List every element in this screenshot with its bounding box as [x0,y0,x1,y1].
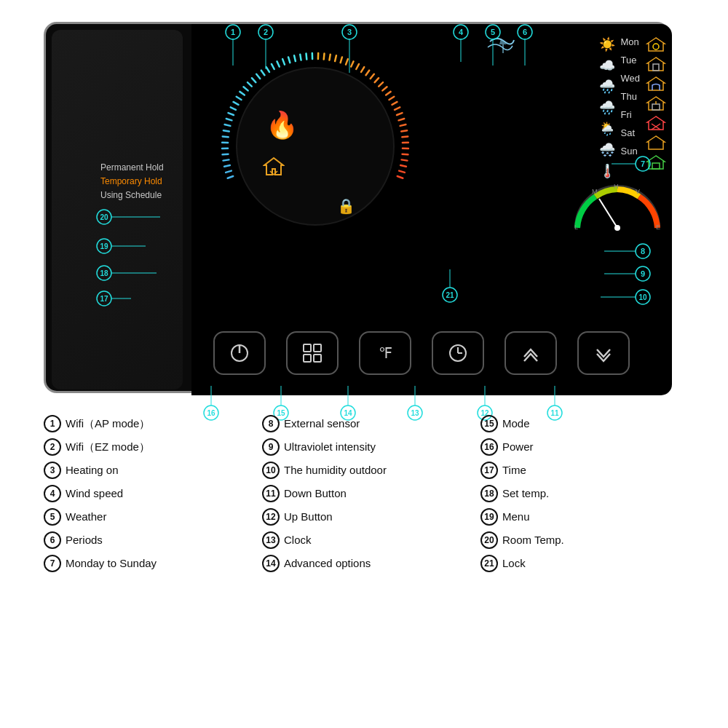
svg-line-46 [392,102,397,105]
legend-text: Monday to Sunday [66,555,157,572]
svg-line-20 [261,71,265,76]
svg-text:H: H [614,184,619,190]
legend-number: 10 [262,462,280,479]
svg-line-28 [306,54,307,60]
svg-line-42 [379,82,383,86]
legend-number: 18 [480,485,498,502]
legend-item-4: 4Wind speed [44,485,248,502]
svg-marker-61 [264,158,283,175]
legend-item-11: 11Down Button [262,485,466,502]
svg-line-44 [386,92,390,95]
legend-number: 14 [262,555,280,572]
legend-number: 5 [44,508,61,526]
legend-text: Clock [284,532,312,549]
legend-number: 3 [44,462,61,479]
svg-line-37 [356,64,359,69]
svg-line-41 [375,78,379,82]
svg-line-0 [228,176,234,178]
temperature-gauge: 🔥 🔒 Permanent Hold [213,39,417,242]
legend-number: 12 [262,508,280,526]
legend-item-5: 5Weather [44,508,248,526]
legend-section: 1Wifi（AP mode）8External sensor15Mode2Wif… [44,415,684,572]
legend-number: 7 [44,555,61,572]
clock-button[interactable] [432,331,484,375]
legend-number: 16 [480,438,498,456]
mode-button[interactable] [286,331,339,375]
legend-number: 2 [44,438,61,456]
legend-item-10: 10The humidity outdoor [262,462,466,479]
legend-item-17: 17Time [480,462,684,479]
legend-item-14: 14Advanced options [262,555,466,572]
legend-text: Set temp. [502,486,549,502]
legend-number: 4 [44,485,61,502]
legend-item-2: 2Wifi（EZ mode） [44,438,248,456]
legend-item-1: 1Wifi（AP mode） [44,415,248,432]
svg-text:M: M [592,188,598,195]
period-icons [646,36,666,170]
weather-panel: ☀️ ☁️ 🌧️ 🌧️ 🌦️ 🌨️ 🌡️ Mon Tue Wed Thu Fri… [599,35,667,179]
svg-point-63 [653,44,659,50]
legend-item-12: 12Up Button [262,508,466,526]
svg-line-56 [402,159,408,160]
legend-text: Mode [502,416,530,432]
svg-line-32 [329,55,330,60]
svg-line-58 [399,171,405,173]
legend-item-8: 8External sensor [262,415,466,432]
legend-item-16: 16Power [480,438,684,456]
cloud-icon: ☁️ [599,58,615,74]
legend-item-6: 6Periods [44,531,248,549]
legend-number: 21 [480,555,498,572]
flame-icon: 🔥 [266,110,298,141]
sun-icon: ☀️ [599,36,615,52]
svg-line-19 [256,74,260,79]
temperature-unit-button[interactable]: ℉ [359,331,411,375]
svg-line-14 [237,97,242,100]
svg-rect-85 [314,344,321,352]
weather-conditions: ☀️ ☁️ 🌧️ 🌧️ 🌦️ 🌨️ 🌡️ [599,36,615,179]
hot-icon: 🌡️ [599,163,615,179]
hold-options: Permanent Hold Temporary Hold Using Sche… [100,161,164,203]
legend-number: 1 [44,415,61,432]
svg-line-49 [399,119,405,120]
legend-number: 17 [480,462,498,479]
legend-item-20: 20Room Temp. [480,531,684,549]
svg-line-40 [371,74,374,79]
legend-item-19: 19Menu [480,508,684,526]
legend-number: 20 [480,531,498,549]
svg-line-52 [402,136,408,137]
control-buttons: ℉ [213,331,630,375]
legend-item-13: 13Clock [262,531,466,549]
glass-panel [52,30,183,389]
svg-line-27 [300,55,301,60]
svg-line-1 [226,171,232,173]
svg-rect-86 [304,355,311,362]
down-button[interactable] [577,331,630,375]
svg-rect-65 [653,64,659,71]
up-button[interactable] [505,331,557,375]
svg-line-22 [272,64,274,69]
power-button[interactable] [213,331,266,375]
heavy-rain-icon: 🌧️ [599,100,615,116]
svg-point-60 [237,68,394,225]
svg-line-11 [229,113,234,115]
main-screen: 🔥 🔒 Permanent Hold [191,24,672,395]
svg-line-9 [225,124,231,126]
rain-icon: 🌧️ [599,79,615,95]
legend-item-21: 21Lock [480,555,684,572]
svg-line-51 [401,130,407,131]
svg-marker-74 [647,156,665,169]
legend-text: Up Button [284,509,333,526]
legend-text: Wifi（EZ mode） [66,439,150,456]
legend-text: The humidity outdoor [284,462,387,479]
svg-line-43 [382,87,387,90]
svg-point-77 [614,225,620,231]
svg-line-12 [231,107,236,109]
legend-text: Weather [66,509,106,526]
home-down-icon [263,155,285,181]
svg-line-31 [324,54,325,60]
legend-text: Advanced options [284,555,371,572]
legend-text: Lock [502,555,526,572]
svg-line-57 [400,165,406,167]
svg-line-24 [282,59,285,64]
lock-icon: 🔒 [337,197,355,215]
